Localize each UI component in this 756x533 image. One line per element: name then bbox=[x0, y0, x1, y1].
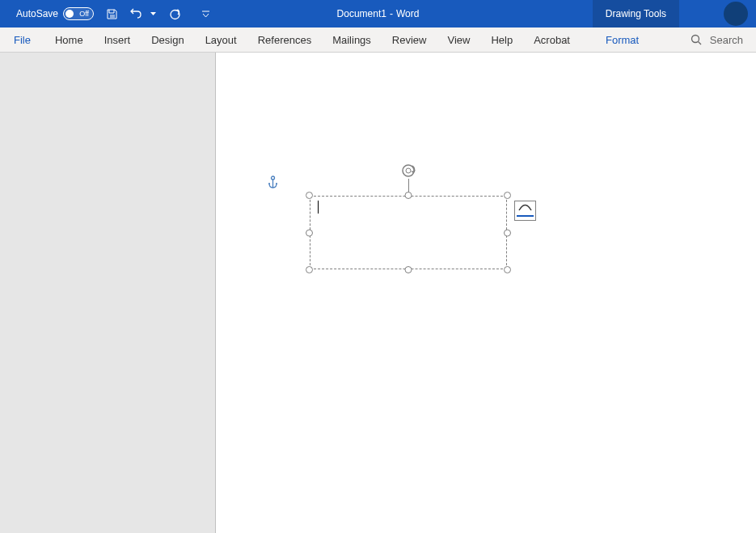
toggle-state: Off bbox=[79, 10, 89, 18]
document-area bbox=[0, 53, 756, 533]
search-label: Search bbox=[710, 34, 743, 46]
autosave-label: AutoSave bbox=[16, 8, 58, 19]
handle-middle-right[interactable] bbox=[504, 229, 511, 236]
quick-access-toolbar bbox=[105, 7, 212, 20]
autosave-group: AutoSave Off bbox=[0, 7, 94, 20]
tab-acrobat[interactable]: Acrobat bbox=[523, 27, 581, 53]
textbox-container bbox=[310, 196, 507, 269]
tab-layout[interactable]: Layout bbox=[195, 27, 247, 53]
tab-references[interactable]: References bbox=[247, 27, 322, 53]
app-name: Word bbox=[396, 8, 419, 19]
layout-options-button[interactable] bbox=[514, 201, 536, 221]
undo-icon[interactable] bbox=[129, 7, 142, 20]
save-icon[interactable] bbox=[105, 7, 118, 20]
svg-point-2 bbox=[272, 176, 275, 180]
undo-dropdown[interactable] bbox=[150, 12, 157, 15]
anchor-icon bbox=[267, 176, 279, 192]
autosave-toggle[interactable]: Off bbox=[63, 7, 94, 20]
tab-file[interactable]: File bbox=[0, 27, 44, 53]
tab-insert[interactable]: Insert bbox=[94, 27, 141, 53]
tab-help[interactable]: Help bbox=[480, 27, 523, 53]
search-icon bbox=[691, 34, 702, 45]
svg-point-1 bbox=[691, 36, 699, 43]
drawing-tools-tab[interactable]: Drawing Tools bbox=[593, 0, 679, 27]
page[interactable] bbox=[215, 53, 756, 533]
svg-point-3 bbox=[403, 165, 414, 176]
tab-review[interactable]: Review bbox=[382, 27, 437, 53]
user-avatar[interactable] bbox=[724, 2, 748, 26]
tab-view[interactable]: View bbox=[437, 27, 480, 53]
layout-options-icon bbox=[517, 205, 534, 217]
search-group[interactable]: Search bbox=[691, 34, 743, 46]
document-title: Document1 - Word bbox=[337, 8, 420, 19]
drawing-tools-label: Drawing Tools bbox=[606, 8, 666, 19]
rotate-handle[interactable] bbox=[401, 163, 419, 182]
ribbon-tabs: File Home Insert Design Layout Reference… bbox=[0, 27, 756, 53]
handle-top-middle[interactable] bbox=[405, 192, 412, 199]
customize-qat-icon[interactable] bbox=[199, 7, 212, 20]
title-bar: AutoSave Off Document1 - Word Drawing To… bbox=[0, 0, 756, 27]
textbox[interactable] bbox=[310, 196, 507, 269]
tab-home[interactable]: Home bbox=[44, 27, 94, 53]
tab-format[interactable]: Format bbox=[595, 27, 649, 53]
handle-bottom-right[interactable] bbox=[504, 266, 511, 273]
tab-mailings[interactable]: Mailings bbox=[322, 27, 382, 53]
doc-name: Document1 bbox=[337, 8, 386, 19]
handle-top-left[interactable] bbox=[306, 192, 313, 199]
redo-icon[interactable] bbox=[168, 7, 181, 20]
handle-bottom-middle[interactable] bbox=[405, 266, 412, 273]
tab-design[interactable]: Design bbox=[141, 27, 194, 53]
handle-top-right[interactable] bbox=[504, 192, 511, 199]
title-separator: - bbox=[390, 8, 393, 19]
toggle-knob bbox=[65, 10, 74, 18]
text-cursor bbox=[318, 201, 319, 214]
handle-middle-left[interactable] bbox=[306, 229, 313, 236]
handle-bottom-left[interactable] bbox=[306, 266, 313, 273]
